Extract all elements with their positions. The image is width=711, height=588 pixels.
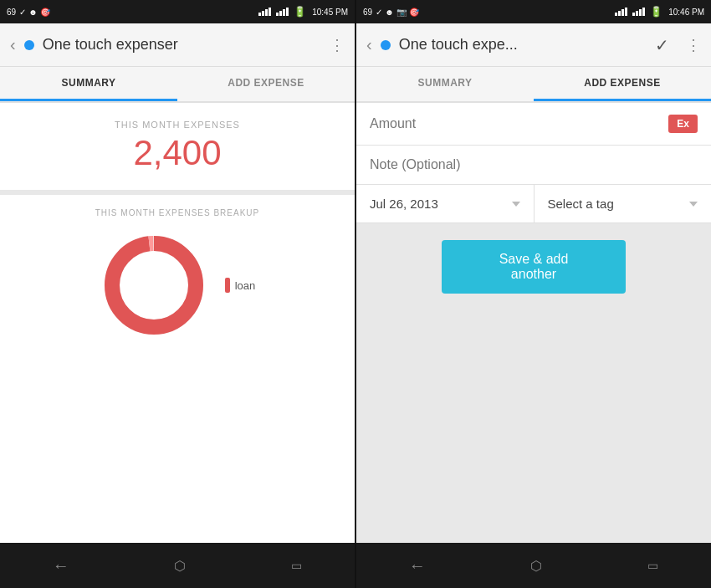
app-title-left: One touch expenser	[43, 36, 321, 54]
time-right: 10:46 PM	[668, 8, 704, 17]
legend-label-loan: loan	[235, 279, 256, 292]
tag-picker[interactable]: Select a tag	[535, 185, 712, 222]
recents-nav-left[interactable]: ▭	[291, 559, 302, 572]
app-bar-left: ‹ One touch expenser ⋮	[0, 23, 355, 67]
battery-right: 🔋	[650, 6, 662, 18]
note-row[interactable]	[356, 146, 711, 185]
date-tag-row: Jul 26, 2013 Select a tag	[356, 185, 711, 223]
app-title-right: One touch expe...	[399, 36, 647, 54]
status-number-right: 69	[363, 8, 372, 17]
save-add-another-button[interactable]: Save & add another	[442, 240, 626, 294]
tab-add-expense-right[interactable]: ADD EXPENSE	[534, 67, 711, 101]
signal-bars-right	[615, 8, 627, 16]
home-nav-left[interactable]: ⬡	[174, 558, 186, 574]
chart-legend: loan	[225, 278, 256, 293]
add-expense-content: Ex Jul 26, 2013 Select a tag	[356, 103, 711, 543]
donut-chart	[100, 231, 208, 340]
summary-content: THIS MONTH EXPENSES 2,400 THIS MONTH EXP…	[0, 103, 355, 543]
content-right: Ex Jul 26, 2013 Select a tag	[356, 103, 711, 543]
tabs-left: SUMMARY ADD EXPENSE	[0, 67, 355, 103]
back-button-left[interactable]: ‹	[10, 35, 16, 54]
legend-item-loan: loan	[225, 278, 256, 293]
tabs-right: SUMMARY ADD EXPENSE	[356, 67, 711, 103]
expenses-amount: 2,400	[133, 133, 221, 173]
signal-bars-left	[258, 8, 271, 16]
status-icons-left: ✓ ☻ 🎯	[19, 8, 50, 17]
expenses-card: THIS MONTH EXPENSES 2,400	[0, 103, 355, 190]
back-nav-right[interactable]: ←	[409, 556, 426, 575]
app-bar-right: ‹ One touch expe... ✓ ⋮	[356, 23, 711, 67]
menu-button-right[interactable]: ⋮	[686, 36, 701, 54]
tab-add-expense-left[interactable]: ADD EXPENSE	[177, 67, 355, 101]
date-value: Jul 26, 2013	[370, 197, 438, 211]
tag-dropdown-arrow	[689, 202, 698, 207]
amount-input[interactable]	[370, 116, 668, 131]
this-month-label: THIS MONTH EXPENSES	[115, 120, 240, 130]
status-bar-right: 69 ✓ ☻ 📷 🎯	[356, 0, 711, 23]
nav-bar-left: ← ⬡ ▭	[0, 543, 355, 588]
menu-button-left[interactable]: ⋮	[330, 36, 345, 54]
battery-left: 🔋	[294, 6, 306, 18]
signal-bars-left2	[276, 8, 289, 16]
svg-point-1	[112, 243, 196, 327]
blue-dot-left	[24, 40, 34, 50]
nav-bar-right: ← ⬡ ▭	[356, 543, 711, 588]
tab-summary-right[interactable]: SUMMARY	[356, 67, 534, 101]
status-icons-right: ✓ ☻ 📷 🎯	[376, 8, 419, 17]
time-left: 10:45 PM	[312, 8, 348, 17]
ex-badge[interactable]: Ex	[668, 115, 698, 133]
save-button-area: Save & add another	[356, 223, 711, 310]
back-nav-left[interactable]: ←	[53, 556, 69, 575]
breakup-label: THIS MONTH EXPENSES BREAKUP	[95, 208, 259, 217]
chart-area: loan	[100, 231, 256, 340]
blue-dot-right	[381, 40, 391, 50]
content-left: THIS MONTH EXPENSES 2,400 THIS MONTH EXP…	[0, 103, 355, 543]
home-nav-right[interactable]: ⬡	[530, 558, 542, 574]
date-picker[interactable]: Jul 26, 2013	[356, 185, 535, 222]
legend-color-loan	[225, 278, 230, 293]
note-input[interactable]	[370, 157, 698, 172]
tag-label: Select a tag	[548, 197, 614, 211]
amount-row[interactable]: Ex	[356, 103, 711, 146]
signal-bars-right2	[632, 8, 645, 16]
back-button-right[interactable]: ‹	[366, 35, 372, 54]
check-button-right[interactable]: ✓	[655, 35, 669, 55]
tab-summary-left[interactable]: SUMMARY	[0, 67, 177, 101]
date-dropdown-arrow	[512, 202, 520, 207]
status-bar-left: 69 ✓ ☻ 🎯	[0, 0, 355, 23]
recents-nav-right[interactable]: ▭	[647, 559, 658, 572]
breakup-card: THIS MONTH EXPENSES BREAKUP	[0, 195, 355, 543]
status-number-left: 69	[7, 8, 16, 17]
